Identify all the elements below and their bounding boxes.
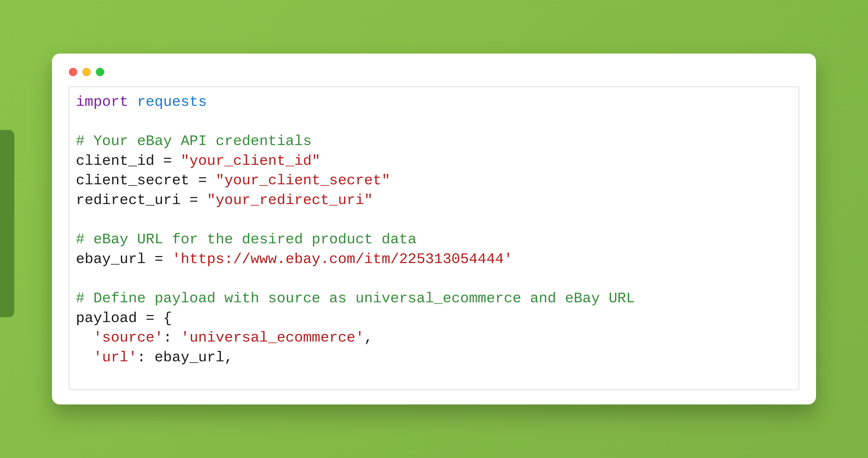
- code-string: "your_redirect_uri": [207, 192, 373, 209]
- code-string: 'url': [93, 349, 137, 366]
- code-keyword: import: [76, 94, 128, 110]
- close-icon[interactable]: [69, 68, 77, 76]
- code-editor[interactable]: import requests # Your eBay API credenti…: [69, 87, 799, 390]
- code-string: 'universal_ecommerce': [181, 329, 364, 346]
- code-comment: # Define payload with source as universa…: [76, 290, 635, 307]
- side-tab: [0, 130, 14, 317]
- minimize-icon[interactable]: [82, 68, 91, 76]
- code-module: requests: [128, 94, 207, 110]
- code-text: redirect_uri =: [76, 192, 207, 209]
- code-string: "your_client_id": [181, 153, 320, 169]
- code-string: 'https://www.ebay.com/itm/225313054444': [172, 251, 513, 268]
- code-string: 'source': [93, 329, 163, 346]
- code-text: client_id =: [76, 153, 181, 169]
- code-comment: # eBay URL for the desired product data: [76, 231, 416, 248]
- code-text: ebay_url =: [76, 251, 172, 268]
- code-window: import requests # Your eBay API credenti…: [52, 54, 816, 404]
- window-titlebar: [69, 68, 799, 87]
- maximize-icon[interactable]: [96, 68, 104, 76]
- code-string: "your_client_secret": [216, 172, 390, 189]
- code-block: import requests # Your eBay API credenti…: [76, 92, 792, 367]
- code-comment: # Your eBay API credentials: [76, 133, 312, 149]
- code-text: payload = {: [76, 310, 172, 327]
- code-text: client_secret =: [76, 172, 216, 189]
